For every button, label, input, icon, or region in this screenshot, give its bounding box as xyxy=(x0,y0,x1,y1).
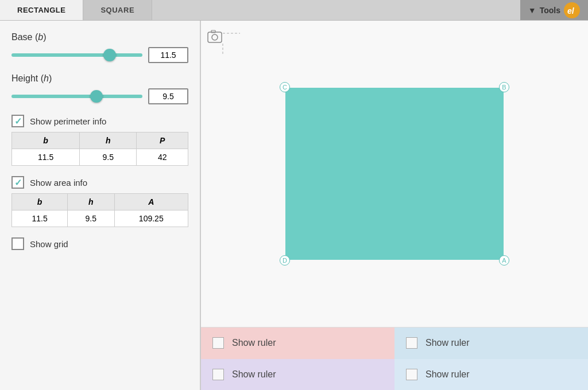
tools-button[interactable]: ▼ Tools el xyxy=(520,0,588,20)
ruler-label-3: Show ruler xyxy=(232,369,276,380)
svg-text:el: el xyxy=(567,6,575,15)
perimeter-section: Show perimeter info b h P 11.5 9.5 42 xyxy=(11,115,188,166)
tab-rectangle[interactable]: RECTANGLE xyxy=(0,0,83,20)
rectangle-shape: C B D A xyxy=(285,88,504,260)
area-h-val: 9.5 xyxy=(68,210,114,227)
show-area-label: Show area info xyxy=(30,178,87,188)
area-col-a: A xyxy=(114,194,188,210)
height-slider-container xyxy=(11,91,142,102)
base-label: Base (b) xyxy=(11,32,188,42)
camera-icon xyxy=(207,26,241,55)
area-col-h: h xyxy=(68,194,114,210)
base-slider-row xyxy=(11,47,188,63)
base-section: Base (b) xyxy=(11,32,188,63)
header: RECTANGLE SQUARE ▼ Tools el xyxy=(0,0,588,21)
tools-icon: el xyxy=(564,2,580,18)
ruler-checkbox-2[interactable] xyxy=(406,337,417,349)
ruler-checkbox-1[interactable] xyxy=(212,337,224,349)
height-slider-row xyxy=(11,88,188,104)
perimeter-row: 11.5 9.5 42 xyxy=(12,149,188,166)
ruler-button-2[interactable]: Show ruler xyxy=(394,327,588,359)
show-perimeter-row[interactable]: Show perimeter info xyxy=(11,115,188,127)
perimeter-h-val: 9.5 xyxy=(80,149,137,166)
ruler-buttons-grid: Show ruler Show ruler Show ruler Show ru… xyxy=(201,327,588,390)
ruler-checkbox-3[interactable] xyxy=(212,369,224,380)
corner-b: B xyxy=(499,82,509,92)
area-col-b: b xyxy=(12,194,68,210)
height-slider-track xyxy=(11,95,142,98)
area-b-val: 11.5 xyxy=(12,210,68,227)
canvas-area: C B D A xyxy=(201,21,588,327)
svg-point-2 xyxy=(212,34,218,40)
area-a-val: 109.25 xyxy=(114,210,188,227)
show-grid-label: Show grid xyxy=(30,239,68,249)
ruler-button-3[interactable]: Show ruler xyxy=(201,359,394,391)
corner-d: D xyxy=(280,255,290,266)
ruler-label-1: Show ruler xyxy=(232,338,276,348)
height-label: Height (h) xyxy=(11,73,188,84)
show-area-row[interactable]: Show area info xyxy=(11,176,188,189)
perimeter-p-val: 42 xyxy=(137,149,188,166)
base-slider-track xyxy=(11,53,142,57)
left-panel: Base (b) Height (h) xyxy=(0,21,201,390)
base-slider-thumb[interactable] xyxy=(103,49,116,61)
corner-a: A xyxy=(499,255,509,266)
perimeter-table: b h P 11.5 9.5 42 xyxy=(11,132,188,166)
right-panel: C B D A Show ruler Show rul xyxy=(201,21,588,390)
ruler-button-1[interactable]: Show ruler xyxy=(201,327,394,359)
show-grid-row[interactable]: Show grid xyxy=(11,237,188,250)
show-perimeter-label: Show perimeter info xyxy=(30,116,106,126)
height-slider-thumb[interactable] xyxy=(90,90,103,103)
svg-rect-3 xyxy=(211,30,215,33)
ruler-button-4[interactable]: Show ruler xyxy=(394,359,588,391)
main-content: Base (b) Height (h) xyxy=(0,21,588,390)
base-slider-container xyxy=(11,49,142,61)
area-section: Show area info b h A 11.5 9.5 109.25 xyxy=(11,176,188,227)
base-value-input[interactable] xyxy=(148,47,188,63)
rect-fill xyxy=(285,88,504,260)
height-section: Height (h) xyxy=(11,73,188,104)
show-perimeter-checkbox[interactable] xyxy=(11,115,24,127)
ruler-label-2: Show ruler xyxy=(425,338,469,348)
ruler-label-4: Show ruler xyxy=(425,369,469,380)
area-row: 11.5 9.5 109.25 xyxy=(12,210,188,227)
perimeter-col-b: b xyxy=(12,132,80,149)
perimeter-col-h: h xyxy=(80,132,137,149)
show-area-checkbox[interactable] xyxy=(11,176,24,189)
camera-icon-area xyxy=(207,26,241,57)
height-value-input[interactable] xyxy=(148,88,188,104)
svg-rect-1 xyxy=(208,32,222,42)
area-table: b h A 11.5 9.5 109.25 xyxy=(11,193,188,227)
corner-c: C xyxy=(280,82,290,92)
perimeter-col-p: P xyxy=(137,132,188,149)
perimeter-b-val: 11.5 xyxy=(12,149,80,166)
ruler-checkbox-4[interactable] xyxy=(406,369,417,380)
show-grid-checkbox[interactable] xyxy=(11,237,24,250)
tab-square[interactable]: SQUARE xyxy=(83,0,152,20)
